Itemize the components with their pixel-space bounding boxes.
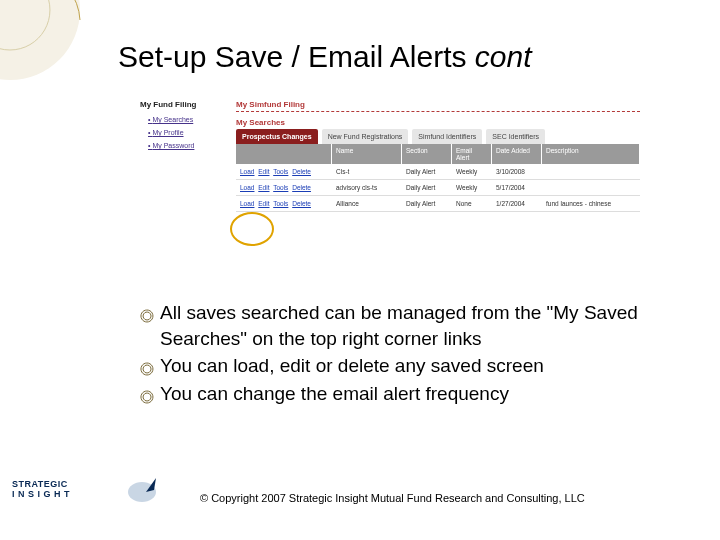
left-nav-heading: My Fund Filing [140, 100, 226, 109]
tab-new-fund-registrations[interactable]: New Fund Registrations [322, 129, 409, 144]
swirl-bullet-icon [140, 385, 154, 399]
nav-link-my-profile[interactable]: My Profile [140, 126, 226, 139]
action-tools[interactable]: Tools [273, 184, 288, 191]
cell-desc [542, 184, 640, 192]
cell-desc: fund launces - chinese [542, 196, 640, 211]
bullet-item: You can change the email alert frequency [140, 381, 660, 407]
slide-title-cont: cont [475, 40, 532, 73]
action-load[interactable]: Load [240, 184, 254, 191]
copyright-text: © Copyright 2007 Strategic Insight Mutua… [200, 492, 585, 504]
action-delete[interactable]: Delete [292, 184, 311, 191]
nav-link-my-searches[interactable]: My Searches [140, 113, 226, 126]
table-row: Load Edit Tools Delete Cls-t Daily Alert… [236, 164, 640, 180]
cell-date: 5/17/2004 [492, 180, 542, 195]
action-tools[interactable]: Tools [273, 168, 288, 175]
tab-sec-identifiers[interactable]: SEC Identifiers [486, 129, 545, 144]
row-actions: Load Edit Tools Delete [236, 196, 332, 211]
row-actions: Load Edit Tools Delete [236, 164, 332, 179]
section-heading-a: My Simfund Filing [236, 100, 640, 109]
bullet-item: You can load, edit or delete any saved s… [140, 353, 660, 379]
brand-line-2: I N S I G H T [12, 490, 70, 500]
left-nav: My Fund Filing My Searches My Profile My… [140, 100, 226, 152]
cell-section: Daily Alert [402, 164, 452, 179]
highlight-circle [230, 212, 274, 246]
action-delete[interactable]: Delete [292, 200, 311, 207]
tab-simfund-identifiers[interactable]: Simfund Identifiers [412, 129, 482, 144]
footer-logo-icon [124, 470, 164, 510]
action-load[interactable]: Load [240, 200, 254, 207]
table-row: Load Edit Tools Delete advisory cls-ts D… [236, 180, 640, 196]
col-actions-blank [236, 144, 332, 164]
section-heading-b: My Searches [236, 118, 640, 127]
corner-deco [0, 0, 100, 100]
cell-date: 1/27/2004 [492, 196, 542, 211]
app-screenshot: My Fund Filing My Searches My Profile My… [140, 100, 640, 270]
col-date: Date Added [492, 144, 542, 164]
action-delete[interactable]: Delete [292, 168, 311, 175]
main-column: My Simfund Filing My Searches Prospectus… [236, 100, 640, 212]
divider [236, 111, 640, 112]
table-header: Name Section Email Alert Date Added Desc… [236, 144, 640, 164]
tab-prospectus-changes[interactable]: Prospectus Changes [236, 129, 318, 144]
action-edit[interactable]: Edit [258, 200, 269, 207]
cell-email: None [452, 196, 492, 211]
cell-name: Alliance [332, 196, 402, 211]
footer-brand: STRATEGIC I N S I G H T [12, 480, 70, 500]
cell-name: Cls-t [332, 164, 402, 179]
slide-title: Set-up Save / Email Alerts cont [118, 40, 532, 74]
bullet-text: You can load, edit or delete any saved s… [160, 355, 544, 376]
cell-desc [542, 168, 640, 176]
col-section: Section [402, 144, 452, 164]
bullet-list: All saves searched can be managed from t… [140, 300, 660, 409]
col-name: Name [332, 144, 402, 164]
cell-date: 3/10/2008 [492, 164, 542, 179]
nav-link-my-password[interactable]: My Password [140, 139, 226, 152]
bullet-item: All saves searched can be managed from t… [140, 300, 660, 351]
cell-section: Daily Alert [402, 180, 452, 195]
swirl-bullet-icon [140, 304, 154, 318]
swirl-bullet-icon [140, 357, 154, 371]
bullet-text: All saves searched can be managed from t… [160, 302, 638, 349]
bullet-text: You can change the email alert frequency [160, 383, 509, 404]
action-edit[interactable]: Edit [258, 168, 269, 175]
col-email: Email Alert [452, 144, 492, 164]
col-desc: Description [542, 144, 640, 164]
svg-point-0 [0, 0, 80, 80]
row-actions: Load Edit Tools Delete [236, 180, 332, 195]
table-row: Load Edit Tools Delete Alliance Daily Al… [236, 196, 640, 212]
tabs-row: Prospectus Changes New Fund Registration… [236, 129, 640, 144]
cell-name: advisory cls-ts [332, 180, 402, 195]
slide-title-main: Set-up Save / Email Alerts [118, 40, 475, 73]
action-tools[interactable]: Tools [273, 200, 288, 207]
cell-section: Daily Alert [402, 196, 452, 211]
action-load[interactable]: Load [240, 168, 254, 175]
cell-email: Weekly [452, 180, 492, 195]
cell-email: Weekly [452, 164, 492, 179]
action-edit[interactable]: Edit [258, 184, 269, 191]
